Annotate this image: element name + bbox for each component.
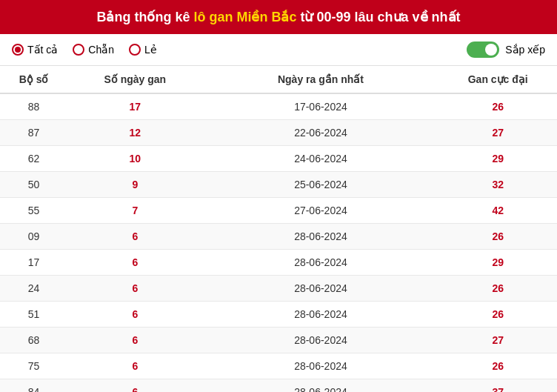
- cell-gan-cuc-dai: 27: [438, 328, 557, 353]
- cell-gan-cuc-dai: 26: [438, 302, 557, 328]
- cell-so-ngay: 6: [67, 353, 202, 379]
- cell-ngay-ra: 28-06-2024: [202, 379, 438, 393]
- cell-so-ngay: 10: [67, 146, 202, 172]
- table-row: 75628-06-202426: [0, 353, 557, 379]
- sap-xep-toggle[interactable]: [467, 41, 499, 58]
- table-row: 84628-06-202437: [0, 379, 557, 393]
- cell-bo-so: 62: [0, 146, 67, 172]
- filter-row: Tất cả Chẵn Lẻ Sắp xếp: [0, 34, 557, 66]
- cell-ngay-ra: 28-06-2024: [202, 276, 438, 302]
- header-title: Bảng thống kê lô gan Miền Bắc từ 00-99 l…: [96, 10, 460, 24]
- table-row: 621024-06-202429: [0, 146, 557, 172]
- cell-so-ngay: 12: [67, 120, 202, 146]
- cell-gan-cuc-dai: 29: [438, 146, 557, 172]
- cell-bo-so: 50: [0, 172, 67, 198]
- cell-so-ngay: 6: [67, 328, 202, 353]
- cell-ngay-ra: 24-06-2024: [202, 146, 438, 172]
- cell-gan-cuc-dai: 32: [438, 172, 557, 198]
- col-ngay-ra: Ngày ra gần nhất: [202, 66, 438, 93]
- cell-so-ngay: 9: [67, 172, 202, 198]
- cell-gan-cuc-dai: 27: [438, 120, 557, 146]
- cell-gan-cuc-dai: 42: [438, 198, 557, 224]
- cell-ngay-ra: 28-06-2024: [202, 302, 438, 328]
- cell-ngay-ra: 28-06-2024: [202, 353, 438, 379]
- cell-ngay-ra: 28-06-2024: [202, 224, 438, 250]
- table-row: 17628-06-202429: [0, 250, 557, 276]
- cell-ngay-ra: 27-06-2024: [202, 198, 438, 224]
- filter-le-label: Lẻ: [144, 44, 157, 56]
- cell-ngay-ra: 25-06-2024: [202, 172, 438, 198]
- cell-gan-cuc-dai: 26: [438, 353, 557, 379]
- cell-bo-so: 24: [0, 276, 67, 302]
- cell-so-ngay: 6: [67, 379, 202, 393]
- cell-ngay-ra: 22-06-2024: [202, 120, 438, 146]
- header-title-plain: Bảng thống kê: [96, 10, 193, 24]
- cell-gan-cuc-dai: 26: [438, 224, 557, 250]
- table-row: 24628-06-202426: [0, 276, 557, 302]
- cell-bo-so: 55: [0, 198, 67, 224]
- cell-bo-so: 84: [0, 379, 67, 393]
- col-so-ngay: Số ngày gan: [67, 66, 202, 93]
- header-title-suffix: từ 00-99 lâu chưa về nhất: [296, 10, 460, 24]
- radio-chan[interactable]: [73, 44, 84, 56]
- col-gan-cuc-dai: Gan cực đại: [438, 66, 557, 93]
- toggle-label: Sắp xếp: [505, 44, 545, 56]
- cell-gan-cuc-dai: 26: [438, 276, 557, 302]
- cell-gan-cuc-dai: 29: [438, 250, 557, 276]
- cell-bo-so: 51: [0, 302, 67, 328]
- cell-gan-cuc-dai: 37: [438, 379, 557, 393]
- table-row: 09628-06-202426: [0, 224, 557, 250]
- header-title-highlight: lô gan Miền Bắc: [193, 10, 296, 24]
- table-row: 55727-06-202442: [0, 198, 557, 224]
- table-row: 871222-06-202427: [0, 120, 557, 146]
- filter-tat-ca-label: Tất cả: [27, 44, 58, 56]
- filter-chan[interactable]: Chẵn: [73, 44, 114, 56]
- cell-gan-cuc-dai: 26: [438, 93, 557, 120]
- radio-tat-ca[interactable]: [12, 44, 24, 56]
- cell-so-ngay: 6: [67, 302, 202, 328]
- table-row: 881717-06-202426: [0, 93, 557, 120]
- cell-ngay-ra: 28-06-2024: [202, 250, 438, 276]
- filter-chan-label: Chẵn: [88, 44, 114, 56]
- toggle-container[interactable]: Sắp xếp: [467, 41, 545, 58]
- main-table: Bộ số Số ngày gan Ngày ra gần nhất Gan c…: [0, 66, 557, 392]
- cell-bo-so: 17: [0, 250, 67, 276]
- col-bo-so: Bộ số: [0, 66, 67, 93]
- cell-so-ngay: 6: [67, 224, 202, 250]
- cell-ngay-ra: 28-06-2024: [202, 328, 438, 353]
- filter-options: Tất cả Chẵn Lẻ: [12, 44, 157, 56]
- table-row: 50925-06-202432: [0, 172, 557, 198]
- radio-le[interactable]: [129, 44, 141, 56]
- cell-so-ngay: 6: [67, 276, 202, 302]
- cell-bo-so: 88: [0, 93, 67, 120]
- cell-bo-so: 68: [0, 328, 67, 353]
- cell-so-ngay: 17: [67, 93, 202, 120]
- table-header-row: Bộ số Số ngày gan Ngày ra gần nhất Gan c…: [0, 66, 557, 93]
- filter-le[interactable]: Lẻ: [129, 44, 157, 56]
- cell-bo-so: 09: [0, 224, 67, 250]
- filter-tat-ca[interactable]: Tất cả: [12, 44, 58, 56]
- header: Bảng thống kê lô gan Miền Bắc từ 00-99 l…: [0, 0, 557, 34]
- table-row: 68628-06-202427: [0, 328, 557, 353]
- cell-bo-so: 87: [0, 120, 67, 146]
- cell-ngay-ra: 17-06-2024: [202, 93, 438, 120]
- cell-bo-so: 75: [0, 353, 67, 379]
- cell-so-ngay: 6: [67, 250, 202, 276]
- cell-so-ngay: 7: [67, 198, 202, 224]
- table-row: 51628-06-202426: [0, 302, 557, 328]
